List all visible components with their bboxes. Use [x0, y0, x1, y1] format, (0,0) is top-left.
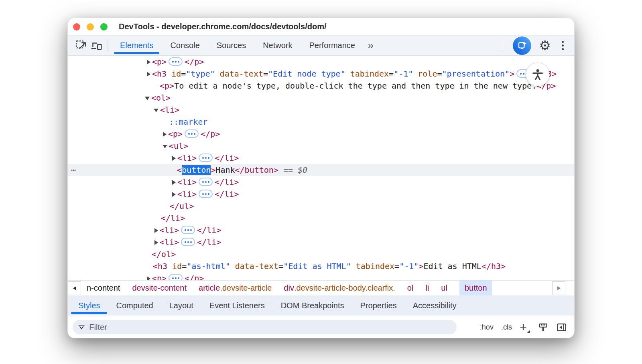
breadcrumb-item[interactable]: button — [459, 281, 492, 295]
code-segment: </li> — [215, 153, 239, 163]
disclosure-arrow[interactable] — [171, 180, 177, 185]
dom-tree-row[interactable]: </ol> — [68, 248, 574, 260]
disclosure-arrow[interactable] — [145, 96, 151, 101]
scroll-right-icon[interactable] — [552, 281, 565, 295]
row-overflow-menu-icon[interactable]: ⋯ — [71, 164, 77, 176]
disclosure-arrow[interactable] — [171, 156, 177, 161]
tab-network[interactable]: Network — [254, 36, 301, 55]
dom-tree-row[interactable]: </ul> — [68, 200, 574, 212]
dom-tree-row[interactable]: ::marker — [68, 116, 574, 128]
more-tabs-icon[interactable]: » — [364, 39, 378, 52]
code-segment: > — [211, 165, 215, 175]
ellipsis-icon[interactable] — [181, 238, 195, 246]
minimize-window-button[interactable] — [87, 23, 94, 30]
dom-tree-row[interactable]: ⋯<button>Hank</button> == $0 — [68, 164, 574, 176]
dom-tree-row[interactable]: <li></li> — [68, 236, 574, 248]
breadcrumb-item[interactable]: article.devsite-article — [199, 281, 272, 295]
disclosure-arrow[interactable] — [163, 144, 169, 149]
dom-tree-row[interactable]: <h3 id="type" data-text="Edit node type"… — [68, 68, 574, 80]
filter-input[interactable] — [89, 323, 452, 332]
disclosure-arrow[interactable] — [162, 132, 168, 137]
disclosure-arrow[interactable] — [146, 60, 152, 65]
accessibility-icon[interactable] — [526, 63, 549, 86]
code-segment: id — [171, 69, 181, 79]
disclosure-arrow[interactable] — [171, 192, 177, 197]
disclosure-arrow[interactable] — [153, 240, 160, 245]
close-window-button[interactable] — [73, 23, 80, 30]
tab-performance[interactable]: Performance — [301, 36, 364, 55]
dom-tree-row[interactable]: <p></p> — [68, 56, 574, 68]
dom-tree-row[interactable]: <li></li> — [68, 152, 574, 164]
breadcrumb-item[interactable]: ul — [441, 281, 447, 295]
code-segment: </li> — [215, 189, 239, 199]
dom-tree-panel: <p></p><h3 id="type" data-text="Edit nod… — [68, 56, 574, 280]
dom-tree-row[interactable]: <h3 id="as-html" data-text="Edit as HTML… — [68, 260, 574, 272]
filter-field[interactable] — [73, 320, 457, 334]
code-segment: "type" — [186, 69, 215, 79]
breadcrumb-item[interactable]: li — [425, 281, 429, 295]
ellipsis-icon[interactable] — [185, 129, 199, 138]
code-segment: < — [177, 165, 182, 175]
ellipsis-icon[interactable] — [181, 226, 195, 234]
tab-elements[interactable]: Elements — [112, 36, 162, 55]
dom-tree-row[interactable]: <li></li> — [68, 224, 574, 236]
breadcrumb-part: .devsite-article-body.clearfix. — [294, 283, 395, 293]
toggle-sidebar-icon[interactable] — [556, 322, 567, 333]
element-classes-button[interactable]: .cls — [501, 323, 512, 332]
dom-tree-row[interactable]: <ol> — [68, 92, 574, 104]
dom-tree-row[interactable]: <p>To edit a node's type, double-click t… — [68, 80, 574, 92]
dom-tree-row[interactable]: <p></p> — [68, 128, 574, 140]
ellipsis-icon[interactable] — [199, 154, 213, 162]
code-segment: = — [389, 69, 394, 79]
code-segment: "-1" — [399, 261, 419, 271]
code-segment — [351, 261, 356, 271]
ellipsis-icon[interactable] — [199, 190, 213, 198]
devtools-toolbar: ElementsConsoleSourcesNetworkPerformance… — [68, 36, 574, 56]
breadcrumb-item[interactable]: devsite-content — [132, 281, 187, 295]
code-segment: <p> — [168, 129, 183, 139]
maximize-window-button[interactable] — [100, 23, 108, 30]
panel-tab-accessibility[interactable]: Accessibility — [405, 295, 465, 315]
panel-tab-computed[interactable]: Computed — [108, 295, 161, 315]
scroll-left-icon[interactable] — [68, 281, 81, 295]
toggle-element-state-button[interactable]: :hov — [480, 323, 494, 332]
new-style-rule-button[interactable]: + — [520, 321, 530, 334]
disclosure-arrow[interactable] — [154, 108, 160, 113]
breadcrumb-item[interactable]: n-content — [87, 281, 120, 295]
dom-tree-row[interactable]: <li></li> — [68, 188, 574, 200]
dom-tree-row[interactable]: </li> — [68, 212, 574, 224]
ellipsis-icon[interactable] — [169, 57, 183, 66]
tab-console[interactable]: Console — [162, 36, 208, 55]
disclosure-arrow[interactable] — [146, 276, 152, 280]
disclosure-arrow[interactable] — [153, 228, 160, 233]
code-segment: data-text — [220, 69, 263, 79]
kebab-menu-icon[interactable] — [559, 39, 567, 52]
breadcrumb-item[interactable]: ol — [407, 281, 414, 295]
sidebar-tab-bar: StylesComputedLayoutEvent ListenersDOM B… — [68, 295, 574, 315]
panel-tab-event-listeners[interactable]: Event Listeners — [201, 295, 273, 315]
panel-tab-dom-breakpoints[interactable]: DOM Breakpoints — [273, 295, 352, 315]
ellipsis-icon[interactable] — [199, 178, 213, 186]
device-toolbar-icon[interactable] — [89, 38, 104, 53]
disclosure-arrow[interactable] — [146, 72, 152, 77]
ellipsis-icon[interactable] — [169, 274, 183, 280]
styles-toolbar-icons: :hov .cls + — [480, 321, 567, 334]
dom-tree-row[interactable]: <ul> — [68, 140, 574, 152]
code-segment: > — [510, 69, 514, 79]
dom-tree-row[interactable]: <p></p> — [68, 272, 574, 280]
panel-tab-styles[interactable]: Styles — [70, 295, 108, 315]
gear-icon[interactable]: ⚙ — [537, 38, 553, 53]
inspect-icon[interactable] — [73, 38, 89, 53]
dom-tree-row[interactable]: <li></li> — [68, 176, 574, 188]
ai-assistance-icon[interactable] — [513, 36, 531, 55]
window-controls — [73, 23, 108, 30]
breadcrumb-item[interactable]: div.devsite-article-body.clearfix. — [284, 281, 395, 295]
panel-tab-layout[interactable]: Layout — [161, 295, 201, 315]
code-segment: To edit a node's type, double-click the … — [174, 81, 536, 91]
tab-sources[interactable]: Sources — [208, 36, 254, 55]
code-segment: <li> — [177, 153, 197, 163]
dom-tree-row[interactable]: <li> — [68, 104, 574, 116]
code-segment: == — [278, 165, 298, 175]
brush-icon[interactable] — [538, 322, 549, 333]
panel-tab-properties[interactable]: Properties — [352, 295, 405, 315]
